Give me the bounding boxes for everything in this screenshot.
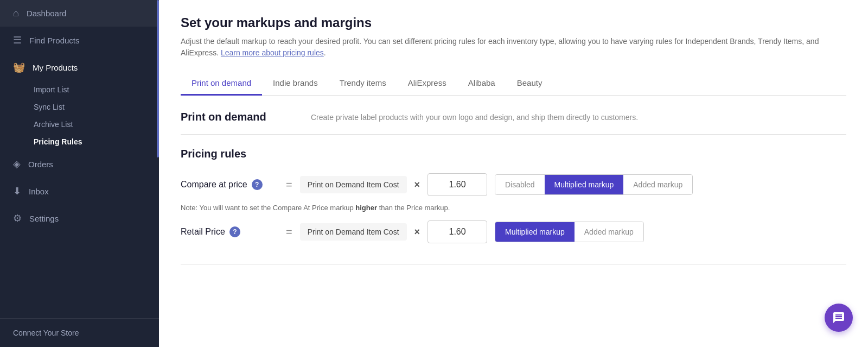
tab-aliexpress[interactable]: AliExpress [397,72,457,96]
chat-button[interactable] [825,304,853,332]
section-description: Create private label products with your … [311,113,638,122]
sidebar-sub-item-archive-list[interactable]: Archive List [0,116,159,133]
sidebar-label-my-products: My Products [33,63,78,72]
section-header: Print on demand Create private label pro… [181,96,846,135]
sidebar-sub-item-sync-list[interactable]: Sync List [0,98,159,116]
tab-beauty[interactable]: Beauty [506,72,553,96]
sidebar-label-inbox: Inbox [29,187,49,196]
retail-price-row: Retail Price ? = Print on Demand Item Co… [181,220,846,243]
dashboard-icon: ⌂ [13,8,19,19]
retail-price-label: Retail Price ? [181,226,278,237]
tab-alibaba[interactable]: Alibaba [457,72,506,96]
tab-trendy-items[interactable]: Trendy items [329,72,397,96]
orders-icon: ◈ [13,158,21,170]
compare-at-added-btn[interactable]: Added markup [623,175,692,194]
compare-at-equals: = [286,179,292,191]
tab-indie-brands[interactable]: Indie brands [262,72,329,96]
compare-at-price-help-icon[interactable]: ? [252,179,263,190]
settings-icon: ⚙ [13,212,22,224]
sidebar-sub-item-import-list[interactable]: Import List [0,81,159,98]
tab-print-on-demand[interactable]: Print on demand [181,72,262,96]
sidebar-item-orders[interactable]: ◈ Orders [0,150,159,178]
sidebar-item-dashboard[interactable]: ⌂ Dashboard [0,0,159,27]
compare-at-disabled-btn[interactable]: Disabled [495,175,544,194]
sidebar-label-find-products: Find Products [29,36,80,45]
tabs-container: Print on demand Indie brands Trendy item… [181,72,846,96]
sidebar-item-inbox[interactable]: ⬇ Inbox [0,178,159,205]
retail-btn-group: Multiplied markup Added markup [495,222,644,242]
archive-list-label: Archive List [34,120,73,129]
inbox-icon: ⬇ [13,185,21,197]
connect-store-button[interactable]: Connect Your Store [0,318,159,347]
scroll-indicator [157,0,159,157]
pricing-section: Pricing rules Compare at price ? = Print… [181,135,846,264]
compare-at-note: Note: You will want to set the Compare A… [181,204,846,212]
compare-at-multiplied-btn[interactable]: Multiplied markup [545,175,624,194]
pricing-rules-label: Pricing Rules [34,137,82,146]
sidebar-sub-item-pricing-rules[interactable]: Pricing Rules [0,133,159,150]
sidebar-label-dashboard: Dashboard [27,9,66,18]
page-description: Adjust the default markup to reach your … [181,36,846,59]
sync-list-label: Sync List [34,103,65,111]
retail-cost-label: Print on Demand Item Cost [300,223,407,241]
chat-icon [832,311,845,324]
compare-at-price-label: Compare at price ? [181,179,278,190]
import-list-label: Import List [34,85,69,94]
sidebar-item-my-products[interactable]: 🧺 My Products [0,54,159,81]
compare-at-price-input[interactable] [427,173,487,196]
retail-multiply: × [414,226,420,238]
compare-at-price-row: Compare at price ? = Print on Demand Ite… [181,173,846,196]
retail-multiplied-btn[interactable]: Multiplied markup [495,222,575,242]
compare-at-btn-group: Disabled Multiplied markup Added markup [495,174,693,195]
connect-store-label: Connect Your Store [13,329,79,337]
compare-at-cost-label: Print on Demand Item Cost [300,176,407,193]
sidebar-label-orders: Orders [28,160,53,169]
retail-added-btn[interactable]: Added markup [575,222,643,242]
section-title: Print on demand [181,111,300,123]
sidebar-label-settings: Settings [29,214,59,223]
main-content: Set your markups and margins Adjust the … [159,0,868,347]
compare-at-multiply: × [414,179,420,191]
retail-equals: = [286,226,292,238]
sidebar: ⌂ Dashboard ☰ Find Products 🧺 My Product… [0,0,159,347]
learn-more-link[interactable]: Learn more about pricing rules [221,48,324,57]
retail-price-help-icon[interactable]: ? [229,226,240,237]
find-products-icon: ☰ [13,34,22,46]
sidebar-item-find-products[interactable]: ☰ Find Products [0,27,159,54]
page-title: Set your markups and margins [181,15,846,30]
my-products-icon: 🧺 [13,61,25,73]
sidebar-item-settings[interactable]: ⚙ Settings [0,205,159,232]
pricing-section-title: Pricing rules [181,148,846,160]
retail-price-input[interactable] [427,220,487,243]
